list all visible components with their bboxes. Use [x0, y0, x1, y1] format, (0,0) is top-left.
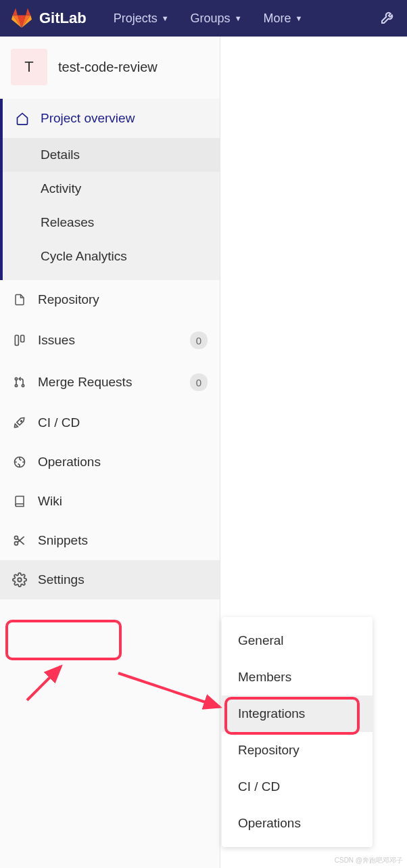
flyout-repository[interactable]: Repository [222, 732, 373, 769]
brand-logo[interactable]: GitLab [11, 8, 87, 28]
sidebar-item-wiki[interactable]: Wiki [0, 482, 220, 521]
nav-groups[interactable]: Groups ▼ [183, 6, 250, 31]
sidebar-section-overview: Project overview Details Activity Releas… [0, 99, 220, 280]
svg-point-2 [15, 378, 17, 380]
svg-point-8 [15, 542, 18, 545]
project-avatar: T [11, 49, 47, 85]
top-navbar: GitLab Projects ▼ Groups ▼ More ▼ [0, 0, 407, 37]
sidebar: T test-code-review Project overview Deta… [0, 37, 220, 868]
flyout-operations[interactable]: Operations [222, 805, 373, 842]
gitlab-logo-icon [11, 8, 32, 28]
sidebar-item-operations[interactable]: Operations [0, 442, 220, 482]
home-icon [15, 111, 30, 126]
admin-wrench-icon[interactable] [380, 9, 396, 28]
rocket-icon [12, 415, 27, 430]
subitem-details[interactable]: Details [3, 138, 220, 172]
book-icon [12, 494, 27, 509]
flyout-general[interactable]: General [222, 622, 373, 659]
ops-icon [12, 455, 27, 470]
svg-point-3 [15, 384, 17, 386]
svg-point-11 [18, 578, 22, 582]
gear-icon [12, 572, 27, 587]
issues-count-badge: 0 [190, 332, 208, 349]
sidebar-item-snippets[interactable]: Snippets [0, 521, 220, 560]
sidebar-item-merge-requests[interactable]: Merge Requests 0 [0, 361, 220, 403]
svg-rect-0 [15, 336, 18, 346]
nav-more[interactable]: More ▼ [256, 6, 311, 31]
flyout-integrations[interactable]: Integrations [222, 695, 373, 732]
chevron-down-icon: ▼ [162, 14, 169, 22]
settings-flyout: General Members Integrations Repository … [222, 617, 373, 847]
sidebar-item-settings[interactable]: Settings [0, 560, 220, 599]
issues-icon [12, 333, 27, 348]
subitem-activity[interactable]: Activity [3, 172, 220, 206]
overview-subitems: Details Activity Releases Cycle Analytic… [3, 138, 220, 280]
sidebar-item-repository[interactable]: Repository [0, 280, 220, 319]
svg-point-4 [22, 384, 24, 386]
nav-projects[interactable]: Projects ▼ [105, 6, 177, 31]
svg-rect-1 [21, 336, 24, 342]
subitem-releases[interactable]: Releases [3, 206, 220, 239]
scissors-icon [12, 533, 27, 548]
brand-text: GitLab [39, 9, 87, 27]
doc-icon [12, 292, 27, 307]
flyout-cicd[interactable]: CI / CD [222, 769, 373, 805]
chevron-down-icon: ▼ [235, 14, 242, 22]
flyout-members[interactable]: Members [222, 659, 373, 695]
project-name: test-code-review [58, 60, 158, 75]
merge-icon [12, 375, 27, 390]
svg-point-7 [15, 536, 18, 539]
sidebar-item-cicd[interactable]: CI / CD [0, 403, 220, 442]
mr-count-badge: 0 [190, 373, 208, 391]
sidebar-item-overview[interactable]: Project overview [3, 99, 220, 138]
chevron-down-icon: ▼ [295, 14, 303, 22]
svg-point-5 [21, 421, 22, 422]
project-header[interactable]: T test-code-review [0, 37, 220, 99]
sidebar-item-issues[interactable]: Issues 0 [0, 319, 220, 361]
watermark: CSDN @奔跑吧邓邓子 [335, 856, 403, 865]
subitem-cycle-analytics[interactable]: Cycle Analytics [3, 239, 220, 273]
